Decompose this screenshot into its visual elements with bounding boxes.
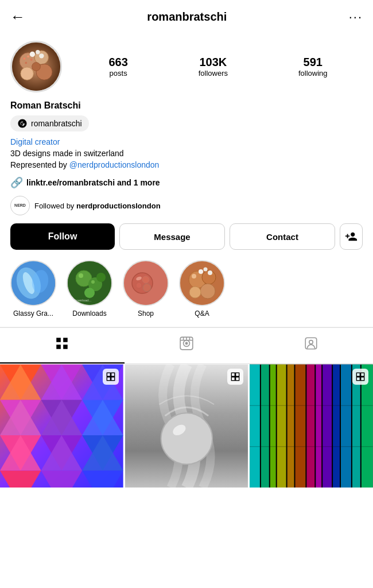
link-icon: 🔗 — [10, 176, 23, 189]
profile-top-row: 663 posts 103K followers 591 following — [10, 41, 363, 92]
grid-badge-1 — [103, 369, 119, 385]
followed-by-text: Followed by nerdproductionslondon — [34, 202, 161, 210]
highlights-row: Glassy Gra... Download... Downloads — [0, 260, 373, 327]
svg-point-37 — [200, 284, 215, 299]
tab-bar — [0, 327, 373, 364]
svg-rect-84 — [232, 377, 235, 381]
svg-point-45 — [185, 343, 187, 345]
svg-point-8 — [39, 53, 44, 58]
svg-point-31 — [136, 283, 142, 288]
posts-grid — [0, 364, 373, 488]
svg-point-39 — [199, 269, 203, 274]
posts-stat[interactable]: 663 posts — [108, 56, 127, 78]
threads-handle: romanbratschi — [31, 119, 82, 128]
contact-button[interactable]: Contact — [230, 223, 335, 250]
svg-rect-83 — [236, 373, 239, 377]
svg-point-5 — [32, 63, 41, 71]
nerd-avatar: NERD — [10, 196, 30, 215]
svg-text:Download...: Download... — [73, 299, 92, 302]
svg-point-32 — [143, 284, 151, 292]
svg-point-30 — [142, 276, 149, 283]
highlight-glassy[interactable]: Glassy Gra... — [10, 260, 56, 318]
highlight-glassy-label: Glassy Gra... — [13, 310, 53, 318]
display-name: Roman Bratschi — [10, 100, 363, 111]
svg-point-4 — [21, 67, 33, 80]
grid-badge-3 — [352, 369, 368, 385]
svg-point-12 — [25, 62, 27, 64]
bio-category: Digital creator — [10, 137, 363, 146]
following-count: 591 — [304, 56, 323, 69]
svg-point-23 — [91, 280, 95, 284]
tab-reels[interactable] — [125, 328, 249, 363]
svg-rect-103 — [356, 373, 360, 377]
threads-badge[interactable]: @ romanbratschi — [10, 115, 89, 131]
grid-item-2[interactable] — [125, 364, 248, 488]
svg-point-25 — [96, 273, 106, 282]
svg-rect-82 — [232, 373, 235, 377]
svg-rect-105 — [356, 377, 360, 381]
highlight-qa[interactable]: Q&A — [179, 260, 225, 318]
highlight-downloads[interactable]: Download... Downloads — [67, 260, 112, 318]
followers-label: followers — [199, 69, 228, 78]
highlight-shop-circle — [123, 260, 169, 306]
message-button[interactable]: Message — [119, 223, 225, 250]
highlight-qa-label: Q&A — [195, 310, 209, 318]
bio-link-nerd[interactable]: @nerdproductionslondon — [69, 160, 160, 169]
highlight-downloads-label: Downloads — [72, 310, 106, 318]
add-person-icon — [345, 230, 358, 243]
highlight-qa-circle — [179, 260, 225, 306]
svg-rect-106 — [361, 377, 364, 381]
svg-rect-76 — [107, 377, 110, 381]
highlight-shop[interactable]: Shop — [123, 260, 169, 318]
svg-point-51 — [309, 341, 313, 345]
tab-grid[interactable] — [0, 328, 125, 363]
followers-stat[interactable]: 103K followers — [199, 56, 228, 78]
more-options-button[interactable]: ··· — [349, 10, 363, 25]
back-button[interactable]: ← — [10, 8, 25, 26]
bio-line1: 3D designs made in switzerland — [10, 148, 363, 160]
svg-point-10 — [27, 55, 29, 57]
stats-row: 663 posts 103K followers 591 following — [73, 56, 363, 78]
tagged-icon — [304, 336, 318, 354]
svg-point-42 — [192, 274, 196, 278]
svg-rect-85 — [236, 377, 239, 381]
follow-button[interactable]: Follow — [10, 223, 115, 250]
svg-rect-77 — [111, 377, 114, 381]
link-text[interactable]: linktr.ee/romanbratschi and 1 more — [26, 178, 160, 187]
svg-rect-74 — [107, 373, 110, 377]
grid-item-1[interactable] — [0, 364, 123, 488]
svg-point-9 — [24, 57, 26, 60]
grid-item-3[interactable] — [250, 364, 373, 488]
svg-point-21 — [79, 273, 83, 278]
bio-line2: Represented by @nerdproductionslondon — [10, 160, 363, 171]
tab-tagged[interactable] — [248, 328, 373, 363]
grid-icon — [55, 336, 69, 354]
followers-count: 103K — [199, 56, 227, 69]
svg-point-38 — [189, 287, 201, 298]
svg-point-40 — [204, 268, 208, 272]
threads-icon: @ — [17, 118, 28, 129]
svg-point-6 — [30, 52, 35, 57]
following-label: following — [298, 69, 328, 78]
svg-rect-75 — [111, 373, 114, 377]
add-person-button[interactable] — [340, 223, 363, 250]
svg-text:@: @ — [20, 122, 24, 127]
posts-count: 663 — [108, 56, 127, 69]
followed-by: NERD Followed by nerdproductionslondon — [10, 196, 363, 215]
svg-point-41 — [208, 270, 212, 275]
following-stat[interactable]: 591 following — [298, 56, 328, 78]
action-buttons: Follow Message Contact — [0, 223, 373, 250]
svg-point-11 — [30, 59, 33, 61]
header: ← romanbratschi ··· — [0, 0, 373, 34]
reels-icon — [179, 336, 194, 354]
svg-point-7 — [36, 50, 40, 54]
grid-badge-2 — [227, 369, 243, 385]
bio-section: Digital creator 3D designs made in switz… — [10, 137, 363, 171]
link-row: 🔗 linktr.ee/romanbratschi and 1 more — [10, 176, 363, 189]
svg-rect-104 — [361, 373, 364, 377]
avatar[interactable] — [10, 41, 62, 92]
bio-line2-prefix: Represented by — [10, 160, 69, 169]
highlight-glassy-circle — [10, 260, 56, 306]
header-username: romanbratschi — [147, 10, 227, 24]
highlight-shop-label: Shop — [138, 310, 154, 318]
